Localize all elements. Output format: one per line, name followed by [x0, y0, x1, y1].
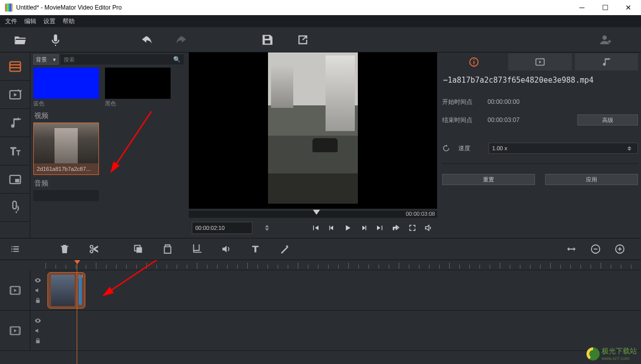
fullscreen-button[interactable] — [407, 222, 418, 233]
music-note-icon — [8, 116, 22, 130]
skip-end-button[interactable] — [375, 222, 386, 233]
media-category-dropdown[interactable]: 背景 ▾ — [33, 54, 59, 65]
video-clip-item[interactable]: 2d161a817b7a2c87... — [33, 123, 99, 175]
inspector-tab-video[interactable] — [508, 53, 571, 71]
tab-audio-effects[interactable] — [0, 109, 30, 137]
svg-rect-24 — [18, 327, 20, 334]
timecode-stepper[interactable] — [265, 222, 269, 233]
cut-button[interactable] — [85, 240, 103, 258]
timecode-field[interactable] — [195, 225, 265, 231]
list-icon — [10, 244, 21, 255]
search-field[interactable] — [64, 56, 173, 63]
svg-marker-9 — [539, 60, 542, 64]
timeline-playhead[interactable] — [77, 260, 77, 364]
window-minimize-button[interactable]: ─ — [570, 0, 594, 15]
undo-button[interactable] — [136, 30, 156, 50]
window-close-button[interactable]: ✕ — [617, 0, 640, 15]
tab-pip[interactable] — [0, 165, 30, 194]
tab-media[interactable] — [0, 52, 30, 81]
video-track-2 — [0, 311, 641, 351]
app-logo-icon — [5, 4, 13, 12]
inspector-tab-info[interactable] — [442, 53, 505, 71]
playhead-icon[interactable] — [313, 210, 320, 215]
bg-black-item[interactable]: 黑色 — [105, 68, 171, 107]
export-button[interactable] — [293, 30, 313, 50]
fullscreen-icon — [408, 223, 417, 232]
frame-back-button[interactable] — [326, 222, 337, 233]
video-track-body-2[interactable] — [45, 311, 641, 350]
inspector-panel: ⋯1a817b7a2c873f65e4820ee3e988.mp4 开始时间点 … — [439, 52, 641, 238]
preview-seekbar[interactable]: 00:00:03:08 — [189, 211, 437, 218]
clip-right-handle[interactable] — [79, 276, 82, 305]
volume-button[interactable] — [423, 222, 434, 233]
text-T-icon — [250, 244, 261, 255]
record-voiceover-button[interactable] — [45, 30, 66, 50]
frame-fwd-button[interactable] — [358, 222, 369, 233]
track-lock-toggle[interactable] — [34, 297, 41, 304]
advanced-button[interactable]: 高级 — [577, 114, 638, 126]
window-maximize-button[interactable]: ☐ — [594, 0, 617, 15]
skip-start-button[interactable] — [310, 222, 321, 233]
timecode-input[interactable] — [192, 222, 252, 234]
tab-voiceover[interactable] — [0, 194, 30, 222]
play-icon — [343, 223, 352, 232]
loop-button[interactable] — [391, 222, 402, 233]
tab-text[interactable] — [0, 137, 30, 165]
track-mute-toggle-2[interactable] — [34, 327, 41, 334]
reset-button[interactable]: 重置 — [442, 174, 535, 185]
save-icon — [261, 33, 274, 46]
speed-input[interactable]: 1.00 x — [489, 143, 638, 154]
account-button[interactable] — [596, 30, 616, 50]
crop-button[interactable] — [188, 240, 206, 258]
track-icon-video-2[interactable] — [0, 311, 30, 350]
tab-video-effects[interactable] — [0, 81, 30, 109]
delete-button[interactable] — [56, 240, 74, 258]
start-time-value: 00:00:00:00 — [488, 98, 543, 105]
menu-file[interactable]: 文件 — [5, 17, 17, 26]
media-search-input[interactable]: 🔍 — [61, 54, 184, 65]
track-lock-toggle-2[interactable] — [34, 337, 41, 344]
timeline-ruler[interactable] — [45, 260, 641, 270]
speaker-icon — [221, 244, 232, 255]
blue-swatch — [33, 68, 99, 99]
menu-help[interactable]: 帮助 — [63, 17, 75, 26]
zoom-fit-button[interactable] — [562, 240, 580, 258]
video-track-1: 2d — [0, 270, 641, 311]
timeline-clip[interactable]: 2d — [47, 272, 85, 309]
menu-settings[interactable]: 设置 — [43, 17, 56, 26]
picture-in-picture-icon — [8, 172, 22, 187]
redo-button[interactable] — [172, 30, 192, 50]
text-button[interactable] — [246, 240, 264, 258]
track-mute-toggle[interactable] — [34, 287, 41, 294]
menu-edit[interactable]: 编辑 — [24, 17, 36, 26]
voiceover-icon — [8, 201, 22, 215]
paste-button[interactable] — [158, 240, 177, 258]
video-track-body-1[interactable]: 2d — [45, 270, 641, 310]
magic-button[interactable] — [276, 240, 294, 258]
save-button[interactable] — [257, 30, 278, 50]
zoom-out-button[interactable] — [586, 240, 605, 258]
dropdown-label: 背景 — [36, 56, 47, 64]
bg-blue-item[interactable]: 蓝色 — [33, 68, 99, 107]
inspector-tab-audio[interactable] — [575, 53, 638, 71]
wand-icon — [279, 244, 290, 255]
timeline-menu-button[interactable] — [6, 240, 24, 258]
track-visibility-toggle-2[interactable] — [34, 317, 41, 324]
track-visibility-toggle[interactable] — [34, 277, 41, 284]
audio-button[interactable] — [217, 240, 235, 258]
play-button[interactable] — [342, 222, 353, 233]
zoom-in-button[interactable] — [611, 240, 629, 258]
svg-rect-0 — [10, 62, 20, 71]
speed-label: 速度 — [458, 144, 484, 153]
speed-stepper[interactable] — [627, 146, 634, 151]
apply-button[interactable]: 应用 — [545, 174, 638, 185]
track-icon-video[interactable] — [0, 270, 30, 310]
preview-video[interactable] — [189, 52, 437, 209]
timeline-panel: 2d 极光下载站 www.xz7.com — [0, 260, 641, 364]
share-icon — [296, 33, 309, 46]
watermark: 极光下载站 www.xz7.com — [586, 347, 637, 361]
copy-button[interactable] — [129, 240, 147, 258]
media-panel: 背景 ▾ 🔍 蓝色 黑色 视频 2d161a817b7a2c87... 音频 — [30, 52, 187, 238]
open-file-button[interactable] — [10, 30, 30, 50]
svg-rect-19 — [10, 286, 12, 294]
